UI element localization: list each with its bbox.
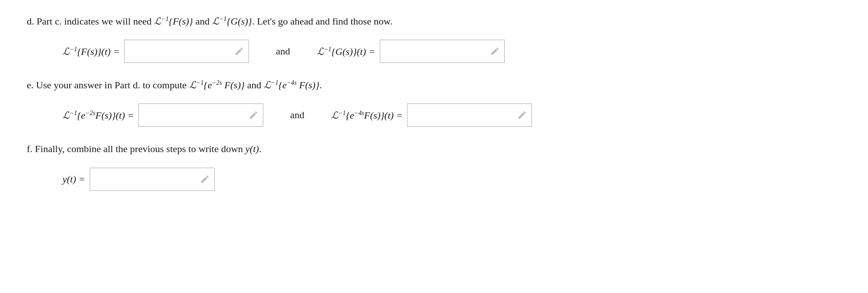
eq-d-1-pencil-icon[interactable] — [234, 46, 244, 56]
content-area: d. Part c. indicates we will need ℒ−1{F(… — [27, 13, 830, 191]
section-d: d. Part c. indicates we will need ℒ−1{F(… — [27, 13, 830, 63]
eq-e-2-pencil-icon[interactable] — [517, 110, 527, 120]
eq-d-2-input-box[interactable] — [380, 40, 505, 63]
eq-f-1: y(t) = — [62, 168, 215, 191]
section-f-text: f. Finally, combine all the previous ste… — [27, 141, 830, 157]
section-e: e. Use your answer in Part d. to compute… — [27, 77, 830, 127]
and-label-e: and — [290, 109, 304, 121]
eq-d-1: ℒ−1{F(s)}(t) = — [62, 40, 249, 63]
eq-d-2-pencil-icon[interactable] — [490, 46, 500, 56]
expr-e4s: ℒ−1{e−4s F(s)} — [264, 79, 320, 91]
and-label-d: and — [276, 45, 290, 57]
eq-d-1-input-box[interactable] — [124, 40, 249, 63]
section-f-equations: y(t) = — [62, 168, 830, 191]
eq-e-2-label: ℒ−1{e−4sF(s)}(t) = — [331, 109, 403, 121]
eq-e-2-input-box[interactable] — [407, 103, 532, 127]
eq-e-1-input-box[interactable] — [138, 103, 263, 127]
section-d-equations: ℒ−1{F(s)}(t) = and ℒ−1{G(s)}(t) = — [62, 40, 830, 63]
eq-d-2: ℒ−1{G(s)}(t) = — [317, 40, 505, 63]
eq-f-1-pencil-icon[interactable] — [200, 174, 210, 184]
eq-e-1-pencil-icon[interactable] — [249, 110, 258, 120]
eq-e-2: ℒ−1{e−4sF(s)}(t) = — [331, 103, 532, 127]
eq-f-1-input-box[interactable] — [90, 168, 215, 191]
expr-gs: ℒ−1{G(s)} — [212, 16, 252, 27]
eq-e-1-label: ℒ−1{e−2sF(s)}(t) = — [62, 109, 134, 121]
section-d-text: d. Part c. indicates we will need ℒ−1{F(… — [27, 13, 830, 29]
section-f: f. Finally, combine all the previous ste… — [27, 141, 830, 190]
expr-yt: y(t) — [245, 143, 259, 154]
expr-fs: ℒ−1{F(s)} — [154, 16, 193, 27]
section-e-text: e. Use your answer in Part d. to compute… — [27, 77, 830, 93]
eq-d-2-label: ℒ−1{G(s)}(t) = — [317, 45, 375, 58]
section-e-equations: ℒ−1{e−2sF(s)}(t) = and ℒ−1{e−4sF(s)}(t) … — [62, 103, 830, 127]
eq-f-1-label: y(t) = — [62, 173, 85, 185]
expr-e2s: ℒ−1{e−2s F(s)} — [189, 79, 245, 91]
eq-e-1: ℒ−1{e−2sF(s)}(t) = — [62, 103, 263, 127]
eq-d-1-label: ℒ−1{F(s)}(t) = — [62, 45, 120, 58]
